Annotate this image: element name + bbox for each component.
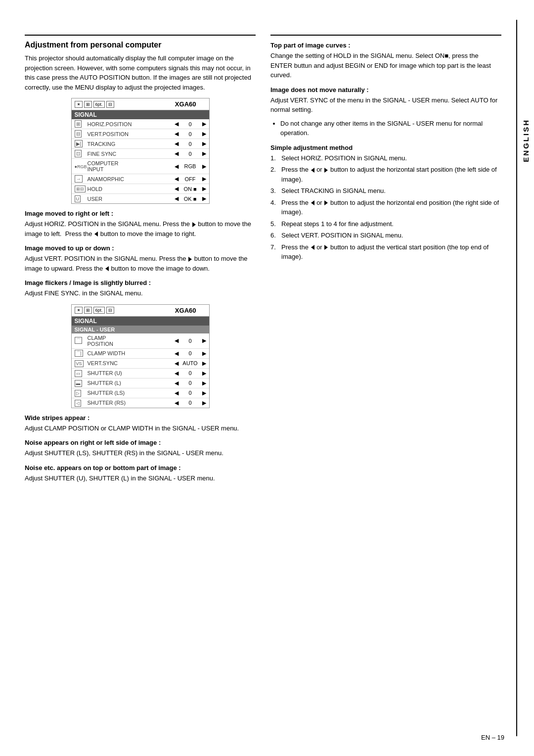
step-1-text: Select HORIZ. POSITION in SIGNAL menu. [281, 153, 407, 163]
arrow-right-finesync: ▶ [202, 150, 206, 157]
icon2-3: 6pt. [93, 307, 105, 314]
arrow-right-shutter-u: ▶ [202, 370, 206, 377]
row-value-clamp-pos: 0 [180, 338, 200, 344]
icon4: ⊟ [106, 101, 114, 108]
arrow-left-vert: ◀ [175, 131, 178, 137]
signal-bar-2: SIGNAL [72, 317, 209, 326]
row-value-clamp-width: 0 [180, 350, 200, 356]
row-value-shutter-rs: 0 [180, 400, 200, 406]
image-not-move-body: Adjust VERT. SYNC of the menu in the SIG… [270, 95, 501, 115]
menu-row-shutter-l: ▬ SHUTTER (L) ◀ 0 ▶ [72, 378, 209, 388]
icon3: 6pt. [93, 101, 105, 108]
top-image-curves-body: Change the setting of HOLD in the SIGNAL… [270, 51, 501, 80]
menu-row-shutter-u: ▭ SHUTTER (U) ◀ 0 ▶ [72, 369, 209, 378]
arrow-right-hold: ▶ [202, 186, 206, 192]
icon2-4: ⊟ [106, 307, 114, 314]
step-5: 5. Repeat steps 1 to 4 for fine adjustme… [270, 219, 501, 229]
icon1: ☀ [75, 101, 83, 108]
right-column: Top part of image curves : Change the se… [270, 35, 501, 721]
row-label-hold: HOLD [88, 186, 173, 192]
menu-icons: ☀ ⊞ 6pt. ⊟ [75, 101, 114, 108]
simple-adjustment-title: Simple adjustment method [270, 144, 501, 151]
arrow-left-shutter-ls: ◀ [175, 390, 178, 396]
menu-row-tracking: ▶| TRACKING ◀ 0 ▶ [72, 139, 209, 149]
row-icon-tracking: ▶| [75, 141, 86, 146]
arrow-right-shutter-l: ▶ [202, 380, 206, 386]
arrow-left-shutter-u: ◀ [175, 370, 178, 377]
bullet-item-1: Do not change any other items in the SIG… [280, 119, 501, 138]
row-label-clamp-width: CLAMP WIDTH [88, 350, 173, 356]
menu-row-computer: ●RGB COMPUTERINPUT ◀ RGB ▶ [72, 159, 209, 174]
row-icon-hold: ⊞⊟ [75, 186, 86, 191]
arrow-right-shutter-ls: ▶ [202, 390, 206, 396]
row-value-computer: RGB [180, 163, 200, 169]
signal-user-bar: SIGNAL - USER [72, 326, 209, 333]
row-value-user: OK ■ [180, 196, 200, 202]
step-6-num: 6. [270, 231, 278, 240]
row-label-anamorphic: ANAMORPHIC [88, 176, 173, 182]
step-5-num: 5. [270, 219, 278, 229]
page-number: EN – 19 [481, 734, 504, 741]
arrow-left-tracking: ◀ [175, 141, 178, 147]
step-7-num: 7. [270, 242, 278, 262]
step-3: 3. Select TRACKING in SIGNAL menu. [270, 186, 501, 196]
arrow-right-icon [192, 222, 196, 227]
english-label: ENGLISH [522, 119, 530, 162]
step2-right-arrow [324, 168, 328, 173]
icon2: ⊞ [84, 101, 92, 108]
row-value-vert-sync: AUTO [180, 360, 200, 366]
arrow-left-vert-sync: ◀ [175, 360, 178, 367]
step-4-num: 4. [270, 198, 278, 217]
arrow-right-vert-sync: ▶ [202, 360, 206, 367]
intro-paragraph: This projector should automatically disp… [25, 53, 256, 92]
image-moved-right-left-title: Image moved to right or left : [25, 210, 256, 217]
page-title: Adjustment from personal computer [25, 41, 256, 49]
image-moved-up-down-body: Adjust VERT. POSITION in the SIGNAL menu… [25, 254, 256, 273]
menu-resolution-2: XGA60 [175, 307, 196, 314]
row-label-user: USER [88, 196, 173, 202]
menu-row-vert-sync: VS VERT.SYNC ◀ AUTO ▶ [72, 359, 209, 369]
step-7-text: Press the or button to adjust the vertic… [281, 242, 501, 262]
arrow-right-clamp-width: ▶ [202, 350, 206, 357]
row-icon-shutter-ls: ▷ [75, 390, 86, 396]
step2-left-arrow [311, 168, 314, 173]
noise-left-right-title: Noise appears on right or left side of i… [25, 439, 256, 446]
row-label-clamp-pos: CLAMPPOSITION [88, 335, 173, 347]
arrow-left-icon [94, 232, 98, 236]
menu-row-shutter-rs: ◁ SHUTTER (RS) ◀ 0 ▶ [72, 398, 209, 408]
row-value-shutter-ls: 0 [180, 390, 200, 396]
arrow-right-clamp-pos: ▶ [202, 337, 206, 344]
menu-row-horiz: ⊞ HORIZ.POSITION ◀ 0 ▶ [72, 119, 209, 129]
row-value-anamorphic: OFF [180, 176, 200, 182]
image-flickers-body: Adjust FINE SYNC. in the SIGNAL menu. [25, 288, 256, 298]
menu-row-hold: ⊞⊟ HOLD ◀ ON ■ ▶ [72, 184, 209, 194]
noise-top-bottom-body: Adjust SHUTTER (U), SHUTTER (L) in the S… [25, 473, 256, 483]
english-sidebar: ENGLISH [516, 20, 534, 736]
arrow-left-horiz: ◀ [175, 121, 178, 127]
arrow-right-tracking: ▶ [202, 141, 206, 147]
step4-right-arrow [324, 200, 328, 205]
main-content: Adjustment from personal computer This p… [0, 20, 516, 736]
row-value-vert: 0 [180, 131, 200, 137]
row-icon-horiz: ⊞ [75, 121, 86, 127]
row-value-hold: ON ■ [180, 186, 200, 192]
menu-table-2: ☀ ⊞ 6pt. ⊟ XGA60 SIGNAL SIGNAL - USER ⌒ … [71, 304, 210, 408]
arrow-left-computer: ◀ [175, 163, 178, 170]
arrow-right-icon2 [188, 257, 192, 262]
menu-row-vert: ⊟ VERT.POSITION ◀ 0 ▶ [72, 129, 209, 139]
row-icon-shutter-rs: ◁ [75, 400, 86, 406]
menu-header-1: ☀ ⊞ 6pt. ⊟ XGA60 [72, 98, 209, 110]
row-icon-clamp-width: ⌒| [75, 350, 86, 357]
noise-left-right-body: Adjust SHUTTER (LS), SHUTTER (RS) in the… [25, 448, 256, 458]
step-1-num: 1. [270, 153, 278, 163]
icon2-2: ⊞ [84, 307, 92, 314]
row-icon-shutter-u: ▭ [75, 371, 86, 376]
step-2-num: 2. [270, 165, 278, 184]
step-6: 6. Select VERT. POSITION in SIGNAL menu. [270, 231, 501, 240]
row-icon-finesync: ⊡ [75, 151, 86, 156]
arrow-right-anamorphic: ▶ [202, 176, 206, 182]
step7-left-arrow [311, 245, 314, 250]
arrow-right-vert: ▶ [202, 131, 206, 137]
image-moved-right-left-body: Adjust HORIZ. POSITION in the SIGNAL men… [25, 219, 256, 238]
menu-header-2: ☀ ⊞ 6pt. ⊟ XGA60 [72, 305, 209, 317]
